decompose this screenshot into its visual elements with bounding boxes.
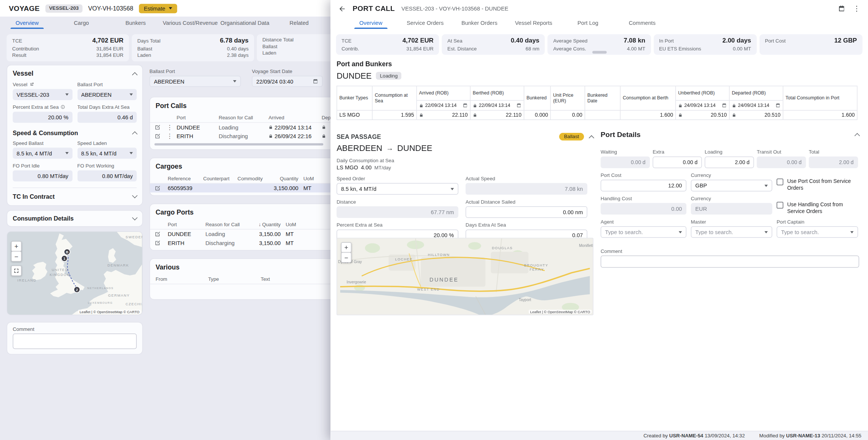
use-port-cost-option[interactable]: Use Port Cost from Service Orders [777, 172, 858, 191]
map-zoom-in-button[interactable]: + [341, 242, 351, 253]
voyage-route-map[interactable]: SWEDEN UNITED KINGDOM IRELAND DENMARK NE… [7, 231, 143, 315]
vessel-card-title: Vessel [13, 70, 34, 78]
unberthed-date-cell[interactable]: 24/09/24 13:14 [676, 100, 730, 110]
tab-overview[interactable]: Overview [0, 17, 54, 29]
speed-order-select[interactable]: 8.5 kn, 4 MT/d [336, 183, 458, 195]
tab-port-log[interactable]: Port Log [561, 17, 615, 29]
port-captain-search-select[interactable]: Type to search. [777, 226, 858, 238]
edit-icon[interactable] [154, 124, 167, 130]
loading-input[interactable]: 2.00 d [705, 157, 754, 168]
agent-search-select[interactable]: Type to search. [601, 226, 686, 238]
map-zoom-out-button[interactable]: − [341, 252, 351, 263]
chevron-up-icon[interactable] [132, 72, 138, 78]
estimate-button[interactable]: Estimate [139, 4, 177, 13]
kebab-menu-icon[interactable]: ⋮ [167, 132, 176, 140]
various-title: Various [150, 263, 330, 274]
chevron-down-icon[interactable] [132, 193, 138, 198]
tab-comments[interactable]: Comments [615, 17, 669, 29]
percent-extra-input[interactable]: 20.00 % [13, 112, 72, 123]
tab-bunker-orders[interactable]: Bunker Orders [452, 17, 506, 29]
kebab-menu-icon[interactable]: ⋮ [167, 123, 176, 131]
departed-date-cell[interactable]: 24/09/24 13:14 [730, 100, 784, 110]
tab-service-orders[interactable]: Service Orders [398, 17, 452, 29]
master-search-select[interactable]: Type to search. [691, 226, 772, 238]
vessel-select[interactable]: VESSEL-203 [13, 89, 72, 100]
voyage-start-date-input[interactable]: 22/09/24 03:40 [252, 76, 323, 87]
actual-distance-input[interactable]: 0.00 nm [466, 206, 587, 218]
ballast-port-top-select[interactable]: ABERDEEN [150, 76, 241, 87]
calendar-icon[interactable] [838, 5, 845, 12]
port-cost-input[interactable]: 12.00 [601, 180, 686, 192]
extra-input[interactable]: 0.00 d [653, 157, 702, 168]
resize-handle[interactable] [592, 51, 607, 53]
consumption-at-berth-cell[interactable]: 1.600 [620, 111, 676, 120]
cargo-row[interactable]: 65059539 3,150.000 MT [150, 184, 330, 193]
bunkered-date-cell[interactable] [585, 111, 620, 120]
unit-price-cell[interactable]: 0.00 [551, 111, 585, 120]
tab-bunkers[interactable]: Bunkers [108, 17, 163, 29]
berthed-date-cell[interactable]: 22/09/24 13:14 [471, 100, 524, 110]
calendar-icon[interactable] [517, 103, 521, 108]
kebab-menu-icon[interactable]: ⋮ [853, 5, 860, 13]
sort-desc-icon: ↓ [258, 221, 261, 227]
port-call-row[interactable]: ⋮ ERITH Discharging 26/09/24 22:16 [150, 132, 330, 141]
back-button[interactable] [338, 5, 346, 12]
col-reference: Reference [167, 176, 202, 181]
edit-icon[interactable] [154, 231, 167, 237]
cargo-port-row[interactable]: ERITH Discharging 3,150.00 MT [150, 238, 330, 247]
map-label-denmark: DENMARK [107, 263, 129, 267]
horizontal-scrollbar[interactable] [154, 143, 323, 146]
distance-input: 67.77 nm [336, 206, 458, 218]
use-port-cost-checkbox[interactable] [777, 179, 784, 186]
calendar-icon[interactable] [313, 79, 318, 84]
tab-cargo[interactable]: Cargo [54, 17, 108, 29]
bunkered-cell[interactable]: 0.000 [524, 111, 551, 120]
departed-rob-cell[interactable]: 20.510 [730, 111, 784, 120]
arrived-rob-cell[interactable]: 22.110 [417, 111, 471, 120]
cargo-port-row[interactable]: DUNDEE Loading 3,150.00 MT [150, 230, 330, 239]
voyage-comment-input[interactable] [13, 333, 137, 349]
chevron-up-icon[interactable] [589, 135, 594, 141]
currency-select[interactable]: GBP [691, 180, 772, 192]
speed-laden-select[interactable]: 8.5 kn, 4 MT/d [77, 148, 137, 158]
port-call-subtitle: VESSEL-203 - VOY-VH-103568 - DUNDEE [402, 6, 509, 12]
fo-port-working-input[interactable]: 0.80 MT/day [77, 171, 137, 181]
map-zoom-out-button[interactable]: − [11, 251, 21, 262]
berthed-rob-cell[interactable]: 22.110 [471, 111, 524, 120]
use-handling-cost-checkbox[interactable] [777, 202, 784, 209]
tab-related[interactable]: Related [272, 17, 326, 29]
speed-ballast-select[interactable]: 8.5 kn, 4 MT/d [13, 148, 72, 158]
port-area-map[interactable]: Dykes of Gray Invergowrie LOCHEE HILLTOW… [336, 238, 593, 315]
speed-order-label: Speed Order [336, 175, 458, 181]
calendar-icon[interactable] [463, 103, 468, 108]
open-in-new-icon[interactable] [29, 82, 34, 87]
map-zoom-in-button[interactable]: + [11, 241, 21, 252]
unberthed-rob-cell[interactable]: 20.510 [676, 111, 730, 120]
park-area [468, 242, 481, 250]
ballast-port-select[interactable]: ABERDEEN [77, 89, 137, 100]
consumption-details-card[interactable]: Consumption Details [7, 210, 143, 227]
total-days-extra-input[interactable]: 0.46 d [77, 112, 137, 123]
tab-various-cost-revenue[interactable]: Various Cost/Revenue [163, 17, 218, 29]
tab-organisational-data[interactable]: Organisational Data [218, 17, 272, 29]
use-handling-cost-option[interactable]: Use Handling Cost from Service Orders [777, 195, 858, 215]
arrived-date-cell[interactable]: 22/09/24 13:14 [417, 100, 471, 110]
map-fullscreen-button[interactable] [11, 265, 21, 276]
calendar-icon[interactable] [776, 103, 781, 108]
kpi-distance-total: Distance Total Ballast Laden [257, 34, 330, 61]
consumption-at-sea-cell[interactable]: 1.595 [373, 111, 417, 120]
edit-icon[interactable] [154, 240, 167, 246]
route-marker-1[interactable]: 1 [61, 256, 67, 262]
route-marker-2[interactable]: 2 [74, 286, 80, 292]
fo-port-idle-input[interactable]: 0.80 MT/day [13, 171, 72, 181]
port-call-comment-input[interactable] [601, 256, 859, 268]
edit-icon[interactable] [154, 133, 167, 139]
tab-vessel-reports[interactable]: Vessel Reports [506, 17, 561, 29]
col-quantity-sorted[interactable]: ↓ Quantity [254, 221, 281, 227]
port-call-row[interactable]: ⋮ DUNDEE Loading 22/09/24 13:14 [150, 123, 330, 132]
calendar-icon[interactable] [722, 103, 727, 108]
tab-overview[interactable]: Overview [344, 17, 398, 29]
chevron-up-icon[interactable] [854, 133, 860, 139]
route-marker-b[interactable]: B [64, 249, 70, 255]
edit-icon[interactable] [154, 185, 167, 191]
